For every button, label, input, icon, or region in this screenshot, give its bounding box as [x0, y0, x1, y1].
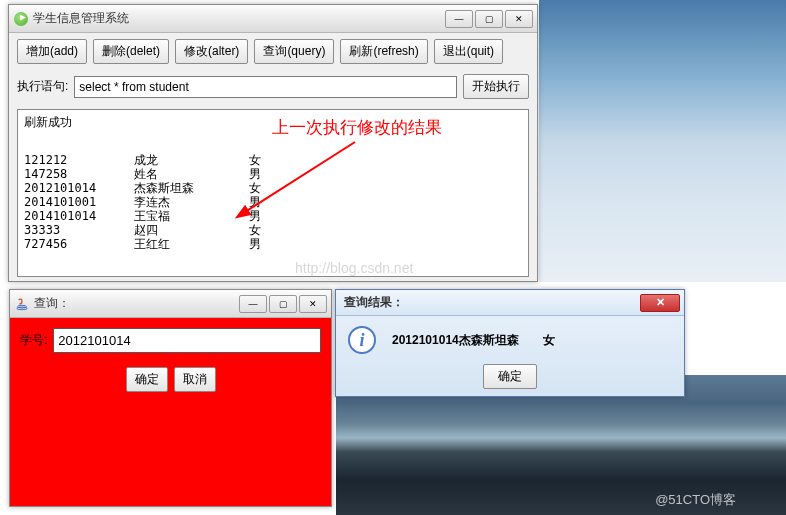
window-controls: — ▢ ✕	[445, 10, 533, 28]
query-ok-button[interactable]: 确定	[126, 367, 168, 392]
student-id-label: 学号:	[20, 332, 47, 349]
main-titlebar: 学生信息管理系统 — ▢ ✕	[9, 5, 537, 33]
app-icon	[13, 11, 29, 27]
add-button[interactable]: 增加(add)	[17, 39, 87, 64]
background-sky	[539, 0, 786, 282]
svg-line-0	[245, 142, 355, 212]
delete-button[interactable]: 删除(delet)	[93, 39, 169, 64]
refresh-button[interactable]: 刷新(refresh)	[340, 39, 427, 64]
query-field-row: 学号:	[20, 328, 321, 353]
minimize-button[interactable]: —	[445, 10, 473, 28]
query-row: 执行语句: 开始执行	[9, 70, 537, 103]
query-cancel-button[interactable]: 取消	[174, 367, 216, 392]
maximize-button[interactable]: ▢	[475, 10, 503, 28]
execute-button[interactable]: 开始执行	[463, 74, 529, 99]
result-dialog-title: 查询结果：	[340, 294, 640, 311]
query-body: 学号: 确定 取消	[10, 318, 331, 506]
main-title: 学生信息管理系统	[33, 10, 445, 27]
query-dialog: 查询： — ▢ ✕ 学号: 确定 取消	[9, 289, 332, 507]
annotation-arrow	[235, 130, 375, 230]
watermark-blog: http://blog.csdn.net	[295, 260, 413, 276]
result-message-row: i 2012101014杰森斯坦森 女	[348, 326, 672, 354]
query-buttons: 确定 取消	[20, 367, 321, 392]
query-maximize-button[interactable]: ▢	[269, 295, 297, 313]
close-button[interactable]: ✕	[505, 10, 533, 28]
toolbar: 增加(add) 删除(delet) 修改(alter) 查询(query) 刷新…	[9, 33, 537, 70]
student-id-input[interactable]	[53, 328, 321, 353]
result-titlebar: 查询结果： ✕	[336, 290, 684, 316]
query-titlebar: 查询： — ▢ ✕	[10, 290, 331, 318]
result-close-button[interactable]: ✕	[640, 294, 680, 312]
info-icon: i	[348, 326, 376, 354]
result-message: 2012101014杰森斯坦森 女	[392, 332, 672, 349]
query-button[interactable]: 查询(query)	[254, 39, 334, 64]
query-dialog-title: 查询：	[34, 295, 239, 312]
quit-button[interactable]: 退出(quit)	[434, 39, 503, 64]
query-close-button[interactable]: ✕	[299, 295, 327, 313]
result-body: i 2012101014杰森斯坦森 女 确定	[336, 316, 684, 399]
table-row: 727456王红红男	[24, 237, 522, 251]
query-label: 执行语句:	[17, 78, 68, 95]
alter-button[interactable]: 修改(alter)	[175, 39, 248, 64]
result-dialog: 查询结果： ✕ i 2012101014杰森斯坦森 女 确定	[335, 289, 685, 397]
query-minimize-button[interactable]: —	[239, 295, 267, 313]
watermark-cto: @51CTO博客	[655, 491, 736, 509]
sql-input[interactable]	[74, 76, 457, 98]
java-icon	[14, 296, 30, 312]
query-window-controls: — ▢ ✕	[239, 295, 327, 313]
result-ok-button[interactable]: 确定	[483, 364, 537, 389]
